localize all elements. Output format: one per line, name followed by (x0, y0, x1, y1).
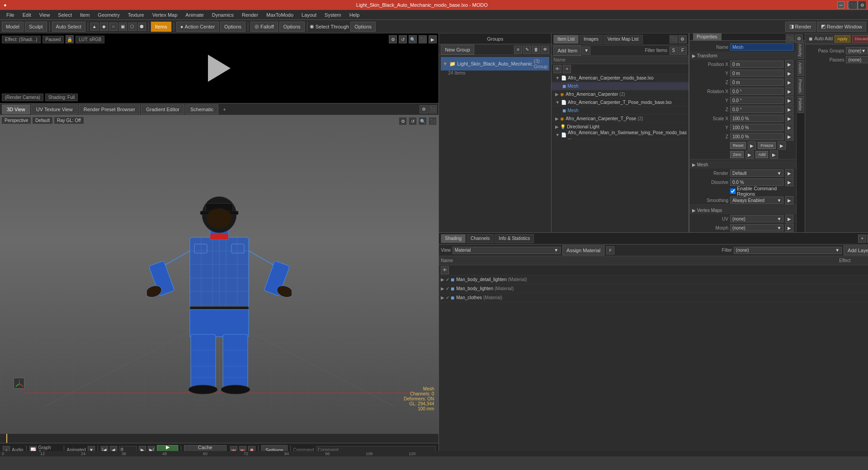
morph-dropdown[interactable]: (none) ▼ (730, 224, 783, 231)
menu-edit[interactable]: Edit (19, 11, 35, 19)
add-layer-btn[interactable]: Add Layer (844, 245, 868, 255)
tab-shading[interactable]: Shading (441, 234, 466, 243)
side-tab-action[interactable]: Action (797, 60, 804, 76)
zero-btn[interactable]: Zero (730, 151, 744, 158)
vp-zoom-btn[interactable]: 🔍 (419, 117, 427, 125)
pos-y-arrow[interactable]: ▶ (785, 69, 793, 77)
uv-arrow[interactable]: ▶ (785, 215, 793, 223)
groups-expand-btn[interactable]: ⬛ (849, 1, 857, 9)
groups-icon-2[interactable]: ✎ (523, 46, 531, 54)
st-options-btn[interactable]: Options (350, 22, 376, 32)
vp-orbit-btn[interactable]: ↺ (409, 117, 417, 125)
minimize-btn[interactable]: ─ (837, 1, 844, 9)
vp-expand-btn[interactable]: ⬛ (429, 117, 437, 125)
rot-y-value[interactable]: 0.0 ° (730, 97, 783, 104)
groups-settings-btn[interactable]: ⚙ (858, 1, 866, 9)
enable-cmd-check[interactable] (730, 188, 736, 194)
menu-animate[interactable]: Animate (182, 11, 207, 19)
mode-btn-2[interactable]: ◆ (100, 23, 108, 31)
menu-file[interactable]: File (3, 11, 18, 19)
shading-add-tab[interactable]: + (858, 235, 866, 243)
scale-y-arrow[interactable]: ▶ (785, 123, 793, 132)
pos-x-value[interactable]: 0 m (730, 61, 783, 68)
add-item-btn[interactable]: Add Item (553, 46, 581, 56)
menu-help[interactable]: Help (346, 11, 363, 19)
item-row-mesh2[interactable]: ◼ Mesh (552, 107, 689, 115)
side-tab-presets[interactable]: Presets (797, 77, 804, 95)
scale-x-value[interactable]: 100.0 % (730, 115, 783, 122)
zero-dropdown[interactable]: ▶ (745, 150, 754, 159)
scale-z-value[interactable]: 100.0 % (730, 133, 783, 140)
prop-settings-btn[interactable]: ⚙ (795, 34, 803, 42)
pos-z-value[interactable]: 0 m (730, 79, 783, 86)
menu-view[interactable]: View (36, 11, 54, 19)
item-list-expand[interactable]: ⬛ (670, 35, 678, 43)
rot-z-value[interactable]: 0.0 ° (730, 106, 783, 113)
menu-maxtomodo[interactable]: MaxToModo (263, 11, 297, 19)
pos-y-value[interactable]: 0 m (730, 70, 783, 77)
viewport-settings-icon[interactable]: ⚙ (420, 105, 428, 113)
mesh-header[interactable]: ▶ Mesh (689, 160, 796, 169)
new-group-btn[interactable]: New Group (441, 45, 474, 55)
mode-btn-1[interactable]: ▲ (90, 23, 99, 31)
vertex-maps-header[interactable]: ▶ Vertex Maps (689, 206, 796, 214)
item-row-file1[interactable]: ▼ 📄 Afro_American_Carpenter_modo_base.lx… (552, 74, 689, 82)
tab-uv-texture[interactable]: UV Texture View (31, 104, 78, 114)
prop-expand-btn[interactable]: ⬛ (786, 34, 794, 42)
menu-system[interactable]: System (321, 11, 345, 19)
menu-vertex-map[interactable]: Vertex Map (149, 11, 181, 19)
pos-x-arrow[interactable]: ▶ (785, 60, 793, 68)
mat-row-1[interactable]: ▶ ✓ ◼ Man_body_detail_lighten (Material) (439, 275, 868, 284)
item-row-file3[interactable]: ▼ 📄 Afro_American_Man_in_Swimwear_lying_… (552, 131, 689, 139)
dissolve-value[interactable]: 0.0 % (730, 179, 783, 186)
reset-dropdown[interactable]: ▶ (748, 141, 756, 150)
mode-btn-5[interactable]: ⬡ (128, 23, 137, 31)
tab-images[interactable]: Images (580, 35, 603, 44)
groups-icon-3[interactable]: 🗑 (532, 46, 540, 54)
vis-add[interactable]: + (563, 65, 571, 73)
viewport-expand-icon[interactable]: ⬛ (429, 105, 437, 113)
options-btn-1[interactable]: Options (220, 22, 245, 32)
render-arrow[interactable]: ▶ (785, 169, 793, 177)
reset-btn[interactable]: Reset (730, 142, 746, 149)
render-window-btn[interactable]: ◩ Render Window (817, 22, 866, 32)
filter-S[interactable]: S (670, 47, 678, 55)
auto-select-btn[interactable]: Auto Select (52, 22, 85, 32)
add-btn[interactable]: Add (755, 151, 768, 158)
preview-ctrl-2[interactable]: ↺ (399, 35, 407, 43)
item-row-group2[interactable]: ▶ ◉ Afro_American_Carpenter_T_Pose (2) (552, 115, 689, 123)
discard-btn[interactable]: Discard (852, 35, 868, 42)
add-item-dropdown[interactable]: ▼ (582, 47, 590, 55)
falloff-options-btn[interactable]: Options (279, 22, 305, 32)
shading-vis-eye[interactable]: 👁 (441, 266, 449, 274)
mode-btn-3[interactable]: ○ (109, 23, 118, 31)
tab-channels[interactable]: Channels (467, 234, 494, 243)
falloff-btn[interactable]: ◎ Falloff (250, 22, 278, 32)
scale-y-value[interactable]: 100.0 % (730, 124, 783, 131)
name-value[interactable]: Mesh (730, 43, 793, 51)
item-row-mesh1[interactable]: ◼ Mesh (552, 82, 689, 90)
preview-ctrl-5[interactable]: ▶ (429, 35, 437, 43)
menu-layout[interactable]: Layout (298, 11, 320, 19)
model-btn[interactable]: Model (2, 22, 24, 32)
pass-groups-dropdown[interactable]: (none) ▼ (846, 47, 868, 54)
scale-x-arrow[interactable]: ▶ (785, 114, 793, 122)
item-row-group1[interactable]: ▶ ◉ Afro_American_Carpenter (2) (552, 90, 689, 99)
item-list-settings[interactable]: ⚙ (679, 35, 687, 43)
menu-geometry[interactable]: Geometry (94, 11, 123, 19)
mode-btn-4[interactable]: ▣ (119, 23, 127, 31)
view-dropdown[interactable]: Material ▼ (453, 247, 561, 254)
rot-z-arrow[interactable]: ▶ (785, 105, 793, 113)
render-btn[interactable]: ◨ Render (785, 22, 816, 32)
tab-vertex-map-list[interactable]: Vertex Map List (604, 35, 643, 44)
menu-item[interactable]: Item (76, 11, 93, 19)
rot-y-arrow[interactable]: ▶ (785, 96, 793, 104)
select-through-checkbox[interactable]: ◉ Select Through (310, 24, 349, 29)
mat-row-2[interactable]: ▶ ✓ ◼ Man_body_lighten (Material) (439, 284, 868, 293)
passes-dropdown[interactable]: (none) ▼ (846, 56, 868, 63)
assign-material-shortcut[interactable]: F (606, 246, 614, 254)
timeline-track[interactable] (0, 434, 439, 443)
uv-dropdown[interactable]: (none) ▼ (730, 215, 783, 222)
rot-x-arrow[interactable]: ▶ (785, 87, 793, 95)
tab-schematic[interactable]: Schematic (185, 104, 218, 114)
